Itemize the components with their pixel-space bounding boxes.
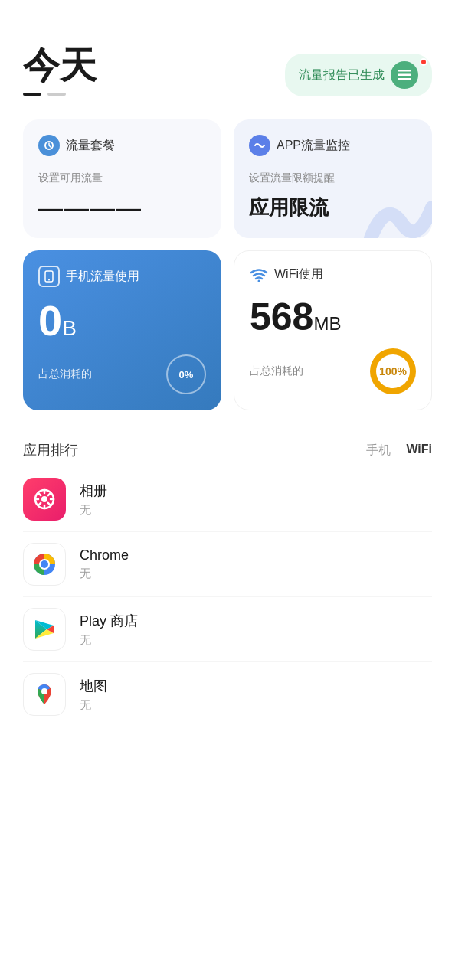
mobile-usage-footer: 占总消耗的 0% xyxy=(38,354,206,394)
notification-dot xyxy=(420,58,427,66)
play-icon xyxy=(23,608,66,651)
svg-rect-1 xyxy=(398,74,411,77)
wifi-footer-label: 占总消耗的 xyxy=(250,364,303,378)
svg-point-5 xyxy=(48,279,50,281)
wifi-percent-circle: 100% xyxy=(370,348,416,394)
mobile-percent-circle: 0% xyxy=(166,354,206,394)
flow-package-card[interactable]: 流量套餐 设置可用流量 ———— xyxy=(23,119,221,238)
flow-package-icon xyxy=(38,135,60,156)
app-monitor-title: APP流量监控 xyxy=(277,138,350,154)
maps-icon xyxy=(23,673,66,716)
flow-package-value: ———— xyxy=(38,194,206,223)
play-info: Play 商店 无 xyxy=(80,612,138,648)
maps-info: 地图 无 xyxy=(80,677,107,713)
app-ranking-title: 应用排行 xyxy=(23,441,78,459)
app-item-chrome[interactable]: Chrome 无 xyxy=(23,532,432,597)
page-title: 今天 xyxy=(23,46,97,87)
wifi-usage-footer: 占总消耗的 100% xyxy=(250,348,416,394)
wave-decoration xyxy=(363,185,432,238)
wifi-usage-header: WiFi使用 xyxy=(250,266,416,283)
app-monitor-icon xyxy=(249,135,270,156)
mobile-usage-card[interactable]: 手机流量使用 0B 占总消耗的 0% xyxy=(23,250,221,410)
chrome-usage: 无 xyxy=(80,567,129,581)
svg-point-8 xyxy=(41,496,47,502)
report-button[interactable]: 流量报告已生成 xyxy=(285,54,432,96)
app-item-play[interactable]: Play 商店 无 xyxy=(23,597,432,662)
app-list: 相册 无 Chrome 无 xyxy=(0,467,455,727)
album-icon xyxy=(23,478,66,521)
mobile-usage-value: 0B xyxy=(38,299,206,342)
flow-package-header: 流量套餐 xyxy=(38,135,206,156)
app-ranking-tabs: 手机 WiFi xyxy=(366,443,432,459)
svg-point-12 xyxy=(41,560,48,568)
wifi-usage-title: WiFi使用 xyxy=(274,266,323,283)
mobile-footer-label: 占总消耗的 xyxy=(38,368,92,381)
chrome-info: Chrome 无 xyxy=(80,547,129,581)
tab-wifi[interactable]: WiFi xyxy=(406,443,432,459)
maps-usage: 无 xyxy=(80,698,107,713)
app-ranking-section: 应用排行 手机 WiFi xyxy=(0,426,455,467)
cards-grid: 流量套餐 设置可用流量 ———— APP流量监控 设置流量限额提醒 应用限流 xyxy=(0,112,455,426)
tab-mobile[interactable]: 手机 xyxy=(366,443,391,459)
album-usage: 无 xyxy=(80,503,107,518)
app-monitor-header: APP流量监控 xyxy=(249,135,417,156)
flow-package-subtitle: 设置可用流量 xyxy=(38,172,206,185)
chrome-name: Chrome xyxy=(80,547,129,564)
mobile-usage-title: 手机流量使用 xyxy=(66,269,139,285)
wifi-icon xyxy=(250,268,268,282)
mobile-icon xyxy=(38,266,60,287)
dot-inactive xyxy=(47,93,66,96)
header-title-section: 今天 xyxy=(23,46,97,96)
flow-package-title: 流量套餐 xyxy=(66,138,115,154)
app-monitor-subtitle: 设置流量限额提醒 xyxy=(249,172,417,185)
play-usage: 无 xyxy=(80,633,138,648)
svg-point-15 xyxy=(41,688,47,694)
mobile-usage-header: 手机流量使用 xyxy=(38,266,206,287)
report-button-text: 流量报告已生成 xyxy=(299,67,385,83)
svg-rect-2 xyxy=(398,78,411,80)
maps-name: 地图 xyxy=(80,677,107,695)
chrome-icon xyxy=(23,543,66,586)
app-item-maps[interactable]: 地图 无 xyxy=(23,662,432,727)
svg-rect-0 xyxy=(398,70,411,72)
play-name: Play 商店 xyxy=(80,612,138,630)
app-monitor-card[interactable]: APP流量监控 设置流量限额提醒 应用限流 xyxy=(234,119,432,238)
app-item-album[interactable]: 相册 无 xyxy=(23,467,432,532)
header: 今天 流量报告已生成 xyxy=(0,0,455,112)
album-name: 相册 xyxy=(80,482,107,500)
wifi-usage-card[interactable]: WiFi使用 568MB 占总消耗的 100% xyxy=(234,250,432,410)
report-icon xyxy=(391,61,418,89)
header-dots xyxy=(23,93,97,96)
wifi-usage-value: 568MB xyxy=(250,298,416,336)
dot-active xyxy=(23,93,41,96)
album-info: 相册 无 xyxy=(80,482,107,518)
svg-point-6 xyxy=(258,279,260,282)
